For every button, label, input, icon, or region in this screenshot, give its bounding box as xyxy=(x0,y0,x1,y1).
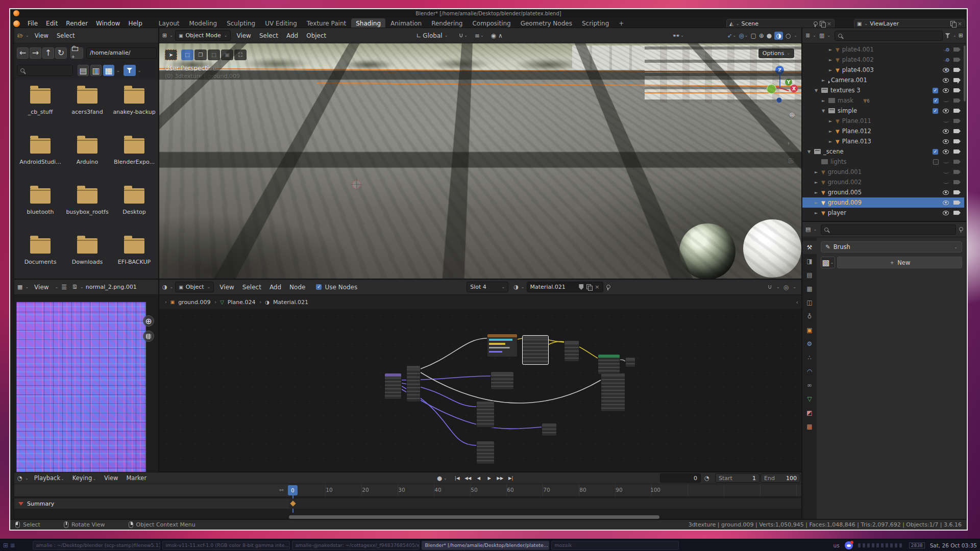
menu-render[interactable]: Render xyxy=(62,19,91,28)
shader-node[interactable] xyxy=(476,441,495,464)
properties-tab-modifiers[interactable]: ⚙ xyxy=(802,337,817,350)
properties-search-input[interactable] xyxy=(821,224,956,235)
folder-item-downloads[interactable]: Downloads xyxy=(65,238,109,265)
properties-tab-object[interactable]: ▣ xyxy=(802,323,817,337)
node-overlay-icon[interactable]: ◎ xyxy=(783,284,789,291)
new-brush-button[interactable]: ＋New xyxy=(837,257,962,268)
menu-file[interactable]: File xyxy=(24,19,41,28)
material-name-field[interactable]: Material.021 × xyxy=(527,282,603,292)
render-visibility-camera-icon[interactable] xyxy=(953,78,959,82)
render-visibility-camera-icon[interactable] xyxy=(953,170,959,174)
outliner-row-ground-001[interactable]: ►▼ground.001▽ xyxy=(802,167,964,177)
collection-checkbox[interactable]: ✓ xyxy=(933,88,938,93)
folder-item-efi-backup[interactable]: EFI-BACKUP xyxy=(112,238,156,265)
properties-tab-texture[interactable]: ▩ xyxy=(802,420,817,433)
image-pan-hand-icon[interactable] xyxy=(143,331,154,342)
tray-monitor-indicator[interactable]: 2838 xyxy=(909,542,925,548)
overlays-toggle[interactable]: ◎⌄ xyxy=(739,32,748,39)
properties-pin-icon[interactable] xyxy=(958,227,963,233)
close-icon[interactable]: × xyxy=(958,20,962,27)
axis-y-front[interactable] xyxy=(767,84,776,94)
summary-track[interactable] xyxy=(289,498,802,509)
properties-tab-scene[interactable]: ◫ xyxy=(802,296,817,309)
menu-window[interactable]: Window xyxy=(92,19,124,28)
outliner-row-plane-012[interactable]: ►▼Plane.012▽ xyxy=(802,126,964,136)
select-extend-mode-button[interactable]: ❐ xyxy=(194,49,207,60)
shader-node[interactable] xyxy=(625,357,635,367)
eye-hidden-icon[interactable] xyxy=(943,181,949,184)
select-box-tool-button[interactable]: ⬚ xyxy=(181,49,193,60)
resize-handle-icon[interactable]: ⇿ xyxy=(279,487,284,493)
shader-node[interactable] xyxy=(487,334,518,357)
proportional-falloff-icon[interactable]: ∧ xyxy=(498,32,503,39)
shader-menu-view[interactable]: View xyxy=(216,283,237,292)
browse-brush-button[interactable]: ▩⌄ xyxy=(821,257,835,268)
timeline-editor-icon[interactable]: ◔ xyxy=(17,474,22,482)
eye-visible-icon[interactable] xyxy=(943,68,949,72)
viewport-menu-object[interactable]: Object xyxy=(303,31,330,40)
shader-node[interactable] xyxy=(384,373,402,399)
view-horizontal-list-button[interactable]: ▥ xyxy=(90,65,102,76)
channel-expand-icon[interactable] xyxy=(18,502,23,506)
viewport-canvas[interactable]: ➤ ⬚ ❐ ⬚ ▣ ⛶ User Perspective (0) 3dtextu… xyxy=(159,43,802,279)
outliner-row-plate4-002[interactable]: ►▼plate4.002⚙▽ xyxy=(802,55,964,65)
outliner-row-plane-013[interactable]: ►▼Plane.013▽ xyxy=(802,136,964,146)
workspace-tab-sculpting[interactable]: Sculpting xyxy=(222,18,260,29)
render-visibility-camera-icon[interactable] xyxy=(953,201,959,205)
shader-node[interactable] xyxy=(522,335,549,365)
collection-checkbox[interactable]: ✓ xyxy=(933,149,938,155)
folder-item-desktop[interactable]: Desktop xyxy=(112,188,156,215)
outliner-row-plate4-003[interactable]: ►▼plate4.003⚙▽ xyxy=(802,65,964,75)
node-link[interactable] xyxy=(402,389,542,429)
taskbar-window-amalie-nakedstar-cot[interactable]: amalie-@nakedstar: ~/cottagexx/_f9483768… xyxy=(292,541,420,550)
workspace-tab-uv-editing[interactable]: UV Editing xyxy=(260,18,302,29)
properties-tab-object-data[interactable]: ▽ xyxy=(802,392,817,406)
prev-keyframe-button[interactable]: ◀◀ xyxy=(463,474,473,482)
taskbar-window-imsk-v11-11-xcf-1-0-[interactable]: imsk-v11-11.xcf-1.0 (RGB color 8-bit gam… xyxy=(162,541,290,550)
collection-checkbox[interactable]: ✓ xyxy=(933,98,939,104)
image-name[interactable]: normal_2.png.001 xyxy=(86,284,137,290)
eye-visible-icon[interactable] xyxy=(943,201,949,205)
tweak-tool-button[interactable]: ➤ xyxy=(165,49,177,60)
workspace-tab-compositing[interactable]: Compositing xyxy=(468,18,515,29)
properties-tab-constraints[interactable]: ∞ xyxy=(802,379,817,392)
shading-material-button[interactable]: ◑ xyxy=(774,32,782,40)
show-desktop-icon[interactable]: ▦ xyxy=(10,542,15,548)
gizmos-toggle[interactable]: ➶⌄ xyxy=(727,32,736,39)
copy-icon[interactable] xyxy=(950,21,955,27)
current-frame-field[interactable]: 0 xyxy=(660,473,701,483)
expand-arrow-icon[interactable]: ► xyxy=(829,47,833,52)
render-visibility-camera-icon[interactable] xyxy=(953,180,959,184)
eye-visible-icon[interactable] xyxy=(943,139,949,144)
render-visibility-camera-icon[interactable] xyxy=(953,129,959,133)
outliner-editor-icon[interactable]: ≣ xyxy=(805,32,810,39)
window-titlebar[interactable]: Blender* [/home/amalie/Desktop/blender/p… xyxy=(10,9,967,17)
expand-arrow-icon[interactable]: ► xyxy=(815,190,819,195)
outliner-row-lights[interactable]: lights xyxy=(802,157,964,167)
workspace-tab-layout[interactable]: Layout xyxy=(154,18,184,29)
eye-hidden-icon[interactable] xyxy=(943,119,949,122)
collection-checkbox[interactable]: ✓ xyxy=(933,108,938,114)
forward-button[interactable]: → xyxy=(30,47,41,59)
expand-arrow-icon[interactable]: ▼ xyxy=(822,109,826,113)
shader-node[interactable] xyxy=(542,423,557,436)
shader-node[interactable] xyxy=(598,354,620,374)
proportional-editing-toggle[interactable]: ◉ xyxy=(491,32,496,39)
image-view-menu[interactable]: View xyxy=(31,283,52,292)
jump-to-end-button[interactable]: ▶| xyxy=(506,474,516,482)
view-vertical-list-button[interactable]: ▤ xyxy=(78,65,89,76)
workspace-tab-animation[interactable]: Animation xyxy=(386,18,426,29)
eye-hidden-icon[interactable] xyxy=(943,58,949,61)
copy-icon[interactable] xyxy=(820,21,825,27)
properties-tab-output[interactable]: ▤ xyxy=(802,268,817,282)
create-folder-button[interactable]: 🗀⁺ xyxy=(70,47,83,59)
image-editor-icon[interactable]: ▦ xyxy=(17,284,22,290)
breadcrumb-object[interactable]: ground.009 xyxy=(178,299,210,306)
zoom-icon[interactable]: ⊕ xyxy=(789,111,795,119)
current-frame-marker[interactable]: 0 xyxy=(288,485,298,495)
eye-hidden-icon[interactable] xyxy=(943,170,949,173)
render-visibility-camera-icon[interactable] xyxy=(953,47,959,52)
render-visibility-camera-icon[interactable] xyxy=(953,58,959,62)
node-canvas[interactable] xyxy=(159,309,802,472)
expand-arrow-icon[interactable]: ► xyxy=(815,180,819,185)
